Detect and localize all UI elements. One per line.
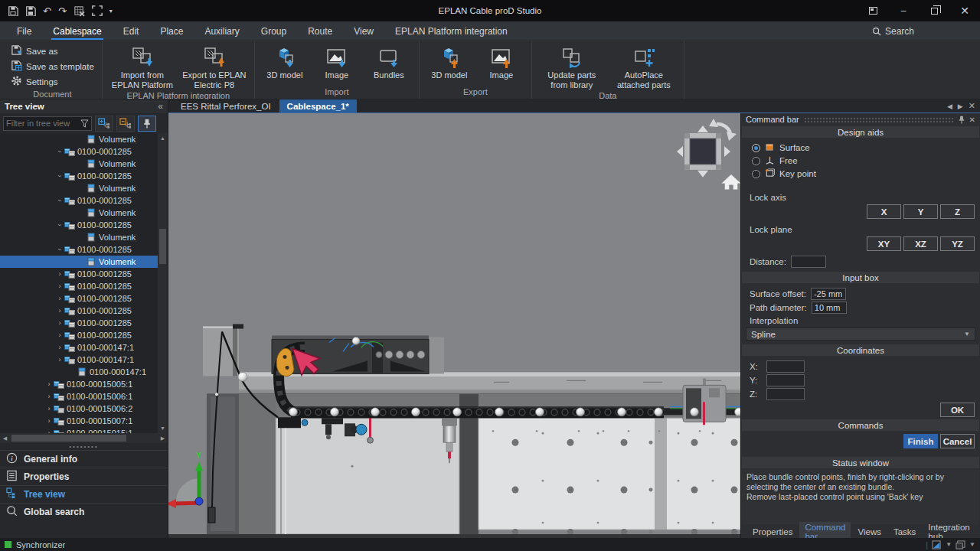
chevron-right-icon[interactable]: › (55, 270, 64, 278)
pin-icon[interactable] (959, 116, 965, 124)
coord-y-input[interactable] (766, 374, 805, 386)
tree-item[interactable]: ›0100-0001285 (0, 292, 158, 305)
tree-vertical-scrollbar[interactable]: ▲ ▼ (158, 133, 168, 433)
save-icon[interactable] (8, 5, 18, 16)
menu-item-group[interactable]: Group (250, 21, 297, 41)
tree-item[interactable]: Volumenk (0, 158, 158, 170)
export-to-eplan-electric-p8-button[interactable]: Export to EPLAN Electric P8 (179, 44, 250, 90)
update-parts-from-library-button[interactable]: Update parts from library (537, 44, 607, 90)
tree-item[interactable]: ›0100-0001285 (0, 329, 158, 341)
finish-button[interactable]: Finish (903, 434, 938, 448)
tree-item[interactable]: ›0100-00015015:1 (0, 427, 158, 433)
search-box[interactable]: Search (872, 21, 980, 41)
left-post[interactable] (203, 324, 243, 535)
3d-viewport[interactable]: Y X (168, 113, 740, 538)
collapse-panel-icon[interactable]: « (158, 101, 163, 112)
drag-handle[interactable] (804, 117, 954, 122)
tree-item[interactable]: ›0100-0001285 (0, 305, 158, 317)
restore-icon[interactable] (919, 0, 949, 21)
tree-item[interactable]: ›0100-0001285 (0, 280, 158, 292)
control-point[interactable] (371, 408, 380, 416)
chevron-right-icon[interactable]: › (55, 282, 64, 290)
view-layout-icon[interactable] (956, 540, 965, 549)
view-layout-dropdown-icon[interactable]: ▼ (969, 541, 975, 548)
hscroll-thumb[interactable] (11, 435, 126, 442)
control-point[interactable] (495, 408, 504, 416)
lock-plane-yz-button[interactable]: YZ (940, 236, 975, 251)
control-point[interactable] (453, 408, 462, 416)
control-point[interactable] (655, 408, 663, 416)
mounting-panel-left[interactable] (276, 418, 459, 534)
ok-button[interactable]: OK (940, 403, 975, 417)
collapse-all-button[interactable] (116, 116, 135, 132)
3d-model-button[interactable]: 3D model (260, 44, 310, 81)
scroll-up-icon[interactable]: ▲ (160, 133, 165, 143)
tree-item[interactable]: Volumenk (0, 133, 158, 145)
radio-button[interactable] (752, 157, 760, 165)
minimize-icon[interactable]: – (888, 0, 919, 21)
menu-item-eplan-platform-integration[interactable]: EPLAN Platform integration (384, 21, 518, 41)
cancel-button[interactable]: Cancel (940, 434, 975, 448)
design-aid-option-free[interactable]: Free (752, 155, 980, 167)
tab-close-icon[interactable]: ✕ (969, 101, 975, 111)
expand-all-button[interactable] (95, 116, 113, 132)
chevron-right-icon[interactable]: › (44, 417, 54, 425)
chevron-down-icon[interactable]: › (56, 245, 64, 254)
image-button[interactable]: Image (312, 44, 362, 81)
chevron-down-icon[interactable]: › (56, 171, 64, 181)
control-point[interactable] (577, 408, 585, 416)
control-point[interactable] (618, 408, 626, 416)
panel-tab-properties[interactable]: Properties (747, 527, 798, 537)
menu-item-file[interactable]: File (6, 21, 42, 41)
path-diameter-input[interactable] (812, 302, 847, 314)
tree-horizontal-scrollbar[interactable]: ◀ ▶ (0, 433, 168, 443)
save-all-icon[interactable] (25, 5, 36, 16)
tree-item[interactable]: ›0100-00015005:1 (0, 378, 158, 390)
render-mode-dropdown-icon[interactable]: ▼ (946, 541, 952, 548)
close-panel-icon[interactable]: ✕ (969, 116, 975, 124)
menu-item-view[interactable]: View (343, 21, 384, 41)
qat-dropdown-icon[interactable]: ▾ (109, 8, 113, 15)
tab-scroll-right-icon[interactable]: ▶ (958, 103, 963, 110)
pin-panel-button[interactable] (138, 116, 156, 132)
radio-button[interactable] (752, 144, 760, 152)
machine-beam[interactable] (239, 372, 740, 393)
interpolation-select[interactable]: Spline ▼ (746, 328, 975, 341)
mounting-panel-right[interactable] (479, 418, 740, 535)
control-point[interactable] (289, 408, 298, 416)
fullscreen-icon[interactable] (92, 5, 103, 16)
menu-item-auxiliary[interactable]: Auxiliary (194, 21, 250, 41)
bundles-button[interactable]: Bundles (364, 44, 414, 81)
control-point[interactable] (536, 408, 544, 416)
document-tab-ees-rittal-perforex-oi[interactable]: EES Rittal Perforex_OI (173, 99, 279, 112)
orange-clamp[interactable] (276, 348, 294, 376)
3d-scene[interactable]: Y X (168, 113, 740, 538)
sidebar-item-properties[interactable]: Properties (0, 468, 168, 485)
tree-item[interactable]: Volumenk (0, 231, 158, 243)
tree-item[interactable]: ›0100-0001285 (0, 219, 158, 231)
scroll-left-icon[interactable]: ◀ (0, 435, 10, 442)
chevron-right-icon[interactable]: › (44, 393, 54, 400)
image-button[interactable]: Image (476, 44, 527, 81)
chevron-right-icon[interactable]: › (55, 344, 64, 351)
autoplace-attached-parts-button[interactable]: AutoPlace attached parts (609, 44, 679, 90)
tree-item[interactable]: Volumenk (0, 182, 158, 194)
tree-item[interactable]: ›0100-0001285 (0, 170, 158, 182)
sidebar-item-global-search[interactable]: Global search (0, 503, 168, 520)
panel-tab-views[interactable]: Views (852, 527, 886, 537)
tree-item[interactable]: ›0100-000147:1 (0, 354, 158, 366)
chevron-right-icon[interactable]: › (55, 307, 64, 315)
tab-scroll-left-icon[interactable]: ◀ (947, 103, 952, 110)
radio-button[interactable] (752, 170, 760, 178)
lock-axis-y-button[interactable]: Y (903, 204, 938, 219)
lock-plane-xy-button[interactable]: XY (867, 236, 901, 251)
tree-item[interactable]: ›0100-00015006:1 (0, 390, 158, 403)
tree-item[interactable]: ›0100-00015006:2 (0, 403, 158, 415)
panel-splitter[interactable]: •••••••• (0, 443, 168, 450)
coord-x-input[interactable] (766, 360, 805, 373)
grid-close-icon[interactable] (74, 5, 85, 17)
settings-button[interactable]: Settings (8, 74, 97, 89)
tree-item[interactable]: ›0100-0001285 (0, 317, 158, 329)
chevron-right-icon[interactable]: › (55, 331, 64, 339)
tree-item[interactable]: ›0100-00015007:1 (0, 415, 158, 427)
